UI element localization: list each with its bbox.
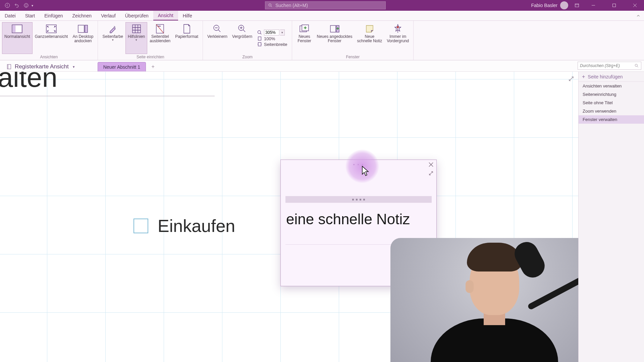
svg-point-4	[269, 4, 271, 6]
page-title[interactable]: r verwalten	[0, 72, 215, 96]
fullpage-view-icon	[45, 24, 57, 34]
svg-point-1	[24, 3, 28, 7]
group-label-ansichten: Ansichten	[2, 54, 96, 59]
svg-rect-12	[85, 25, 88, 33]
menu-ueberpruefen[interactable]: Überprüfen	[120, 11, 153, 20]
menu-start[interactable]: Start	[20, 11, 40, 20]
maximize-button[interactable]	[606, 0, 622, 11]
btn-immer-im-vordergrund[interactable]: Immer im Vordergrund	[384, 22, 411, 54]
btn-neues-angedocktes-fenster[interactable]: Neues angedocktes Fenster	[314, 22, 355, 54]
dropdown-indicator-icon: ▾	[112, 38, 114, 42]
close-window-button[interactable]	[627, 0, 643, 11]
btn-seitenbreite[interactable]: Seitenbreite	[257, 42, 287, 47]
new-docked-window-icon	[329, 24, 341, 34]
expand-page-icon[interactable]	[568, 76, 574, 83]
menu-bar: Datei Start Einfügen Zeichnen Verlauf Üb…	[0, 11, 644, 21]
svg-rect-9	[16, 25, 21, 32]
btn-hilfslinien[interactable]: Hilfslinien ▾	[125, 22, 147, 54]
btn-seitentitel-ausblenden[interactable]: Seitentitel ausblenden	[147, 22, 173, 54]
group-label-seite-einrichten: Seite einrichten	[100, 54, 201, 59]
page-color-icon	[107, 24, 119, 34]
group-label-fenster: Fenster	[294, 54, 411, 59]
touch-mode-icon[interactable]	[23, 2, 30, 9]
menu-datei[interactable]: Datei	[0, 11, 20, 20]
zoom-input[interactable]	[264, 29, 279, 36]
user-name: Fabio Basler	[531, 3, 557, 8]
notebook-icon	[6, 64, 12, 70]
quick-note-icon	[364, 24, 376, 34]
quick-note-titlebar[interactable]: • • •	[281, 160, 436, 169]
ribbon-display-options-icon[interactable]	[574, 2, 580, 9]
group-label-zoom: Zoom	[205, 54, 290, 59]
zoom-in-icon	[236, 24, 248, 34]
btn-neue-schnelle-notiz[interactable]: Neue schnelle Notiz	[355, 22, 385, 54]
btn-seitenfarbe[interactable]: Seitenfarbe ▾	[100, 22, 125, 54]
page-list-item[interactable]: Seiteneinrichtung	[579, 90, 644, 99]
page-icon	[257, 36, 262, 41]
collapse-ribbon-icon[interactable]	[633, 11, 644, 20]
zoom-dropdown-icon[interactable]: ▾	[280, 29, 285, 36]
add-section-button[interactable]: +	[149, 63, 157, 70]
paper-size-icon	[181, 24, 193, 34]
svg-point-3	[26, 5, 27, 5]
nav-back-icon[interactable]	[4, 2, 11, 9]
global-search[interactable]: Suchen (Alt+M)	[265, 1, 386, 9]
btn-vergroessern[interactable]: Vergrößern	[230, 22, 255, 54]
page-list-item[interactable]: Ansichten verwalten	[579, 82, 644, 90]
menu-einfuegen[interactable]: Einfügen	[40, 11, 67, 20]
btn-neues-fenster[interactable]: Neues Fenster	[294, 22, 314, 54]
btn-zoom-100[interactable]: 100%	[257, 36, 287, 41]
zoom-level-field[interactable]: ▾	[257, 29, 287, 36]
btn-normalansicht[interactable]: Normalansicht	[2, 22, 33, 54]
page-list-item[interactable]: Fenster verwalten	[579, 115, 644, 124]
always-on-top-icon	[392, 24, 404, 34]
drag-handle-icon: • • •	[353, 162, 364, 167]
svg-point-0	[5, 3, 9, 7]
account-button[interactable]: Fabio Basler	[531, 1, 568, 9]
svg-rect-5	[575, 4, 579, 7]
svg-rect-6	[613, 4, 616, 7]
page-canvas[interactable]: r verwalten Einkaufen • • • eine schnell…	[0, 72, 578, 362]
svg-rect-18	[258, 37, 261, 41]
todo-checkbox[interactable]	[133, 219, 148, 233]
note-container-handle[interactable]	[285, 196, 432, 203]
webcam-overlay	[390, 238, 578, 362]
quick-note-expand-button[interactable]	[428, 170, 434, 177]
page-search[interactable]	[578, 62, 641, 70]
btn-papierformat[interactable]: Papierformat	[173, 22, 201, 54]
quick-note-close-button[interactable]	[428, 161, 434, 168]
notebook-nav: Registerkarte Ansicht ▾ Neuer Abschnitt …	[0, 60, 644, 72]
gridlines-icon	[130, 24, 143, 34]
global-search-placeholder: Suchen (Alt+M)	[275, 3, 308, 8]
new-window-icon	[298, 24, 310, 34]
page-list-item[interactable]: Seite ohne Titel	[579, 99, 644, 107]
add-page-button[interactable]: + Seite hinzufügen	[579, 72, 644, 82]
zoom-icon	[257, 30, 262, 35]
undo-icon[interactable]	[13, 2, 20, 9]
section-tab[interactable]: Neuer Abschnitt 1	[98, 62, 146, 71]
minimize-button[interactable]	[586, 0, 601, 11]
normal-view-icon	[11, 24, 23, 34]
page-list-item[interactable]: Zoom verwenden	[579, 107, 644, 115]
page-width-icon	[257, 42, 262, 47]
svg-rect-22	[330, 25, 336, 32]
page-search-input[interactable]	[580, 63, 634, 68]
hide-title-icon	[154, 24, 166, 34]
plus-icon: +	[582, 74, 585, 80]
notebook-dropdown[interactable]: Registerkarte Ansicht ▾	[3, 62, 78, 71]
menu-hilfe[interactable]: Hilfe	[178, 11, 197, 20]
search-icon	[268, 3, 273, 8]
svg-point-24	[397, 26, 399, 28]
menu-verlauf[interactable]: Verlauf	[96, 11, 120, 20]
quick-note-text[interactable]: eine schnelle Notiz	[284, 206, 433, 232]
todo-item[interactable]: Einkaufen	[133, 216, 235, 236]
btn-verkleinern[interactable]: Verkleinern	[205, 22, 230, 54]
menu-zeichnen[interactable]: Zeichnen	[68, 11, 97, 20]
qat-customize-icon[interactable]: ▾	[32, 4, 33, 7]
page-list-panel: + Seite hinzufügen Ansichten verwalten S…	[578, 72, 644, 362]
ribbon-ansicht: Normalansicht Ganzseitenansicht An Deskt…	[0, 21, 644, 60]
btn-ganzseitenansicht[interactable]: Ganzseitenansicht	[33, 22, 70, 54]
menu-ansicht[interactable]: Ansicht	[153, 11, 178, 20]
btn-an-desktop-andocken[interactable]: An Desktop andocken	[70, 22, 96, 54]
title-bar: ▾ Fenster verwalten - OneNote Suchen (Al…	[0, 0, 644, 11]
